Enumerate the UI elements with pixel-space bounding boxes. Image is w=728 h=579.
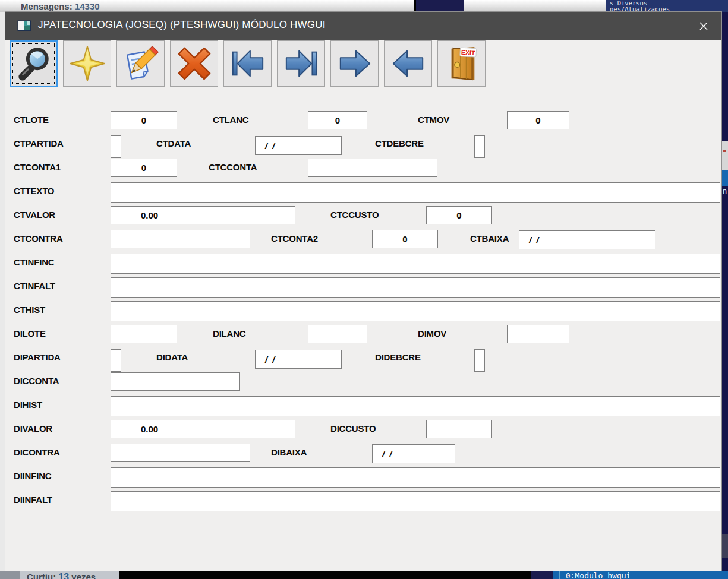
- input-didebcre[interactable]: [474, 349, 485, 372]
- label-dihist: DIHIST: [14, 400, 42, 410]
- label-dilanc: DILANC: [213, 328, 245, 338]
- input-ctcconta[interactable]: [308, 159, 437, 177]
- value-ctconta1: 0: [141, 163, 146, 173]
- input-dicontra[interactable]: [111, 444, 250, 462]
- value-ctlanc: 0: [335, 115, 340, 125]
- next-record-button[interactable]: [330, 40, 379, 87]
- messages-count: 14330: [75, 1, 100, 11]
- label-ctinfalt: CTINFALT: [14, 281, 55, 291]
- label-dicconta: DICCONTA: [14, 376, 59, 386]
- arrow-last-icon: [283, 45, 320, 82]
- input-ctinfalt[interactable]: [111, 277, 720, 298]
- tmux-status-text: 0:Modulo hwgui: [566, 571, 631, 579]
- value-didata: / /: [265, 355, 276, 365]
- label-ctcontra: CTCONTRA: [14, 233, 63, 243]
- arrow-next-icon: [336, 45, 373, 82]
- last-record-button[interactable]: [277, 40, 325, 87]
- input-dihist[interactable]: [111, 396, 720, 416]
- label-didebcre: DIDEBCRE: [375, 352, 421, 362]
- label-ctconta2: CTCONTA2: [271, 233, 318, 243]
- close-icon: [699, 21, 708, 31]
- label-cthist: CTHIST: [14, 305, 45, 315]
- input-ctinfinc[interactable]: [111, 254, 720, 274]
- edit-button[interactable]: [116, 40, 165, 87]
- label-ctmov: CTMOV: [418, 115, 449, 125]
- exit-button[interactable]: EXIT: [437, 40, 486, 87]
- label-ctpartida: CTPARTIDA: [14, 138, 64, 148]
- magnifier-icon: [15, 45, 52, 82]
- input-diccusto[interactable]: [426, 420, 492, 438]
- input-ctconta2[interactable]: 0: [372, 230, 438, 248]
- label-didata: DIDATA: [156, 352, 188, 362]
- label-dipartida: DIPARTIDA: [14, 352, 61, 362]
- background-right-char: n: [723, 187, 727, 195]
- label-diinfalt: DIINFALT: [14, 495, 52, 505]
- window-title: JPATECNOLOGIA (JOSEQ) (PTESHWGUI) MÓDULO…: [38, 19, 326, 31]
- search-button[interactable]: [10, 40, 58, 87]
- background-curtiu-text: Curtiu: 13 vezes: [27, 572, 96, 579]
- input-dipartida[interactable]: [111, 349, 121, 372]
- window-app-icon: [17, 20, 31, 31]
- input-ctmov[interactable]: 0: [507, 111, 569, 129]
- edit-document-icon: [122, 45, 159, 82]
- window-title-bar[interactable]: JPATECNOLOGIA (JOSEQ) (PTESHWGUI) MÓDULO…: [5, 12, 721, 40]
- background-navy-bar: [531, 571, 553, 579]
- delete-x-icon: [176, 45, 213, 82]
- background-right-gray-patch-2: [722, 534, 728, 558]
- background-bottom-gray-block: [0, 571, 20, 579]
- input-cthist[interactable]: [111, 301, 720, 321]
- input-diinfinc[interactable]: [111, 467, 720, 488]
- curtiu-prefix: Curtiu:: [27, 572, 56, 579]
- input-ctbaixa[interactable]: / /: [519, 230, 655, 249]
- input-ctpartida[interactable]: [111, 135, 121, 158]
- background-black-bar: [119, 571, 531, 579]
- input-ctccusto[interactable]: 0: [426, 206, 492, 224]
- input-ctlanc[interactable]: 0: [308, 111, 367, 129]
- input-ctcontra[interactable]: [111, 230, 250, 248]
- value-ctccusto: 0: [456, 210, 461, 220]
- input-dilote[interactable]: [111, 325, 177, 343]
- input-ctconta1[interactable]: 0: [111, 159, 177, 177]
- background-messages-text: Mensagens: 14330: [21, 1, 100, 11]
- label-ctdebcre: CTDEBCRE: [375, 138, 424, 148]
- value-ctconta2: 0: [402, 234, 407, 244]
- tmux-separator: │: [553, 571, 566, 579]
- input-divalor[interactable]: 0.00: [111, 420, 295, 438]
- close-button[interactable]: [693, 17, 714, 36]
- background-right-strip: [722, 12, 728, 571]
- background-right-gray-patch: [722, 141, 728, 170]
- label-ctlote: CTLOTE: [14, 115, 49, 125]
- input-diinfalt[interactable]: [111, 491, 720, 511]
- label-dilote: DILOTE: [14, 328, 46, 338]
- input-dilanc[interactable]: [308, 325, 367, 343]
- exit-door-icon: EXIT: [443, 45, 480, 82]
- value-dibaixa: / /: [382, 449, 393, 459]
- curtiu-count: 13: [58, 572, 69, 579]
- input-dicconta[interactable]: [111, 372, 240, 391]
- input-ctvalor[interactable]: 0.00: [111, 206, 295, 224]
- label-ctcconta: CTCCONTA: [209, 162, 257, 172]
- arrow-previous-icon: [390, 45, 427, 82]
- value-ctlote: 0: [141, 115, 146, 125]
- input-ctdebcre[interactable]: [474, 135, 485, 158]
- input-dimov[interactable]: [507, 325, 569, 343]
- new-button[interactable]: [63, 40, 111, 87]
- input-cttexto[interactable]: [111, 182, 720, 203]
- input-ctdata[interactable]: / /: [255, 136, 342, 155]
- input-dibaixa[interactable]: / /: [372, 444, 455, 463]
- previous-record-button[interactable]: [384, 40, 432, 87]
- input-ctlote[interactable]: 0: [111, 111, 177, 129]
- exit-label: EXIT: [461, 49, 475, 56]
- label-dimov: DIMOV: [418, 328, 446, 338]
- label-divalor: DIVALOR: [14, 423, 52, 434]
- input-didata[interactable]: / /: [255, 350, 342, 369]
- value-ctdata: / /: [265, 141, 276, 151]
- label-dicontra: DICONTRA: [14, 447, 60, 457]
- label-ctvalor: CTVALOR: [14, 210, 55, 220]
- value-divalor: 0.00: [141, 424, 158, 434]
- curtiu-suffix: vezes: [71, 572, 96, 579]
- delete-button[interactable]: [170, 40, 218, 87]
- background-right-red-dot: [723, 150, 726, 152]
- first-record-button[interactable]: [223, 40, 272, 87]
- label-ctlanc: CTLANC: [213, 115, 248, 125]
